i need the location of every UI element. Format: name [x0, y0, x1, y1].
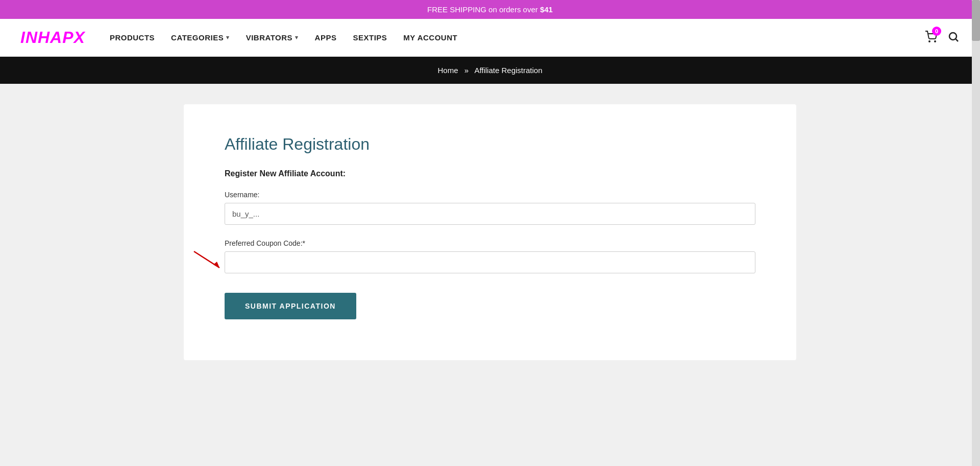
search-icon [947, 31, 960, 43]
breadcrumb-separator: » [464, 66, 469, 75]
nav-item-products[interactable]: PRODUCTS [110, 33, 155, 42]
svg-line-3 [956, 39, 958, 41]
cart-button[interactable]: 0 [925, 31, 937, 45]
top-banner: FREE SHIPPING on orders over $41 [0, 0, 980, 19]
coupon-input-wrapper [225, 251, 755, 273]
chevron-down-icon: ▾ [295, 34, 299, 41]
logo[interactable]: INHAPX [20, 28, 85, 47]
scrollbar-thumb[interactable] [972, 0, 980, 41]
main-nav: PRODUCTS CATEGORIES ▾ VIBRATORS ▾ APPS S… [110, 33, 925, 42]
banner-text: FREE SHIPPING on orders over [427, 5, 540, 14]
username-label: Username: [225, 191, 755, 199]
form-card: Affiliate Registration Register New Affi… [184, 104, 796, 360]
breadcrumb-current: Affiliate Registration [474, 66, 542, 75]
svg-point-1 [935, 41, 936, 42]
search-button[interactable] [947, 31, 960, 45]
cart-badge: 0 [932, 27, 941, 36]
red-arrow-annotation [189, 246, 225, 272]
breadcrumb-bar: Home » Affiliate Registration [0, 57, 980, 84]
banner-amount: $41 [540, 5, 553, 14]
svg-point-0 [929, 41, 930, 42]
header: INHAPX PRODUCTS CATEGORIES ▾ VIBRATORS ▾… [0, 19, 980, 57]
page-title: Affiliate Registration [225, 135, 755, 154]
breadcrumb-home[interactable]: Home [438, 66, 458, 75]
page-content: Affiliate Registration Register New Affi… [0, 84, 980, 401]
svg-marker-5 [213, 262, 219, 268]
section-label: Register New Affiliate Account: [225, 169, 755, 178]
header-icons: 0 [925, 31, 960, 45]
svg-point-2 [949, 33, 957, 40]
username-input[interactable] [225, 203, 755, 225]
nav-item-vibrators[interactable]: VIBRATORS ▾ [246, 33, 299, 42]
nav-item-categories[interactable]: CATEGORIES ▾ [171, 33, 230, 42]
coupon-label: Preferred Coupon Code:* [225, 239, 755, 247]
username-field-group: Username: [225, 191, 755, 225]
submit-application-button[interactable]: SUBMIT APPLICATION [225, 293, 356, 319]
chevron-down-icon: ▾ [226, 34, 230, 41]
nav-item-sextips[interactable]: SEXTIPS [353, 33, 387, 42]
scrollbar-track [972, 0, 980, 466]
coupon-input[interactable] [225, 251, 755, 273]
nav-item-myaccount[interactable]: MY ACCOUNT [403, 33, 457, 42]
nav-item-apps[interactable]: APPS [315, 33, 337, 42]
coupon-field-group: Preferred Coupon Code:* [225, 239, 755, 273]
